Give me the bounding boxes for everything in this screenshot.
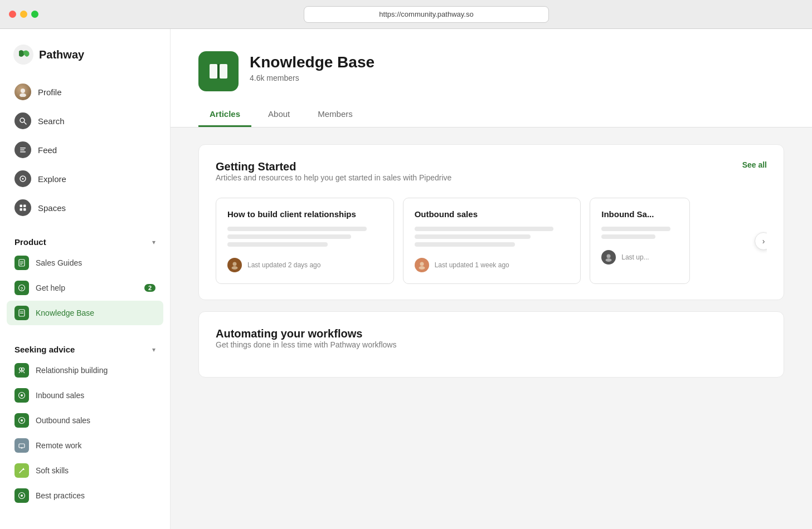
svg-line-4 (25, 123, 27, 125)
seeking-advice-section-header[interactable]: Seeking advice ▾ (7, 341, 163, 357)
svg-point-1 (21, 89, 25, 93)
getting-started-section: Getting Started Articles and resources t… (198, 144, 784, 300)
community-members: 4.6k members (250, 74, 375, 82)
logo-icon (13, 45, 33, 65)
product-section-title: Product (14, 237, 46, 247)
article-card-3[interactable]: Inbound Sa... L (590, 198, 690, 284)
sidebar: Pathway Profile (0, 29, 171, 529)
community-title: Knowledge Base (250, 53, 375, 71)
page-header: Knowledge Base 4.6k members Articles Abo… (171, 29, 812, 128)
best-practices-icon (14, 488, 29, 503)
feed-nav-icon (14, 141, 31, 158)
sidebar-item-get-help[interactable]: ? Get help 2 (7, 276, 163, 300)
sales-guides-icon (14, 256, 29, 270)
article-1-lines (227, 227, 382, 247)
svg-rect-29 (19, 444, 25, 448)
relationship-building-icon (14, 363, 29, 378)
close-button[interactable] (9, 11, 16, 18)
maximize-button[interactable] (31, 11, 38, 18)
automating-workflows-desc: Get things done in less time with Pathwa… (216, 340, 767, 349)
main-content: Knowledge Base 4.6k members Articles Abo… (171, 29, 812, 529)
automating-workflows-section: Automating your workflows Get things don… (198, 311, 784, 378)
sidebar-item-search[interactable]: Search (7, 107, 163, 135)
sidebar-item-spaces[interactable]: Spaces (7, 194, 163, 222)
best-practices-label: Best practices (36, 491, 85, 500)
sidebar-item-relationship-building[interactable]: Relationship building (7, 358, 163, 383)
sidebar-item-feed[interactable]: Feed (7, 136, 163, 164)
profile-avatar-icon (14, 84, 31, 100)
article-3-avatar (601, 250, 616, 264)
svg-rect-13 (23, 208, 26, 211)
see-all-link[interactable]: See all (742, 160, 767, 169)
sidebar-item-remote-work[interactable]: Remote work (7, 433, 163, 458)
sidebar-item-knowledge-base[interactable]: Knowledge Base (7, 301, 163, 325)
community-hero: Knowledge Base 4.6k members (198, 51, 784, 91)
article-line (601, 234, 655, 239)
sidebar-item-outbound-sales[interactable]: Outbound sales (7, 408, 163, 433)
article-1-avatar (227, 258, 242, 272)
sidebar-item-inbound-sales[interactable]: Inbound sales (7, 383, 163, 408)
knowledge-base-label: Knowledge Base (36, 308, 94, 317)
tabs: Articles About Members (198, 102, 784, 127)
sidebar-item-soft-skills[interactable]: Soft skills (7, 458, 163, 483)
svg-marker-33 (22, 468, 25, 470)
article-3-lines (601, 227, 678, 239)
articles-row: How to build client relationships (216, 198, 767, 284)
carousel-next-button[interactable]: › (755, 232, 767, 250)
getting-started-title: Getting Started (216, 160, 451, 173)
sidebar-item-explore[interactable]: Explore (7, 165, 163, 193)
inbound-sales-label: Inbound sales (36, 391, 84, 400)
svg-rect-5 (20, 148, 26, 149)
article-card-2[interactable]: Outbound sales (403, 198, 581, 284)
logo[interactable]: Pathway (0, 29, 170, 78)
svg-point-42 (419, 266, 425, 270)
article-line (601, 227, 670, 231)
article-line (227, 227, 367, 231)
sidebar-item-best-practices[interactable]: Best practices (7, 483, 163, 508)
book-open-icon (208, 61, 229, 82)
article-card-1[interactable]: How to build client relationships (216, 198, 394, 284)
app-layout: Pathway Profile (0, 29, 812, 529)
svg-point-3 (20, 118, 25, 123)
tab-about[interactable]: About (257, 102, 301, 127)
relationship-building-label: Relationship building (36, 366, 108, 375)
sidebar-item-profile[interactable]: Profile (7, 78, 163, 106)
svg-point-26 (21, 394, 23, 396)
svg-rect-10 (20, 205, 23, 208)
svg-point-39 (233, 262, 237, 266)
outbound-sales-label: Outbound sales (36, 416, 90, 425)
product-section: Product ▾ Sales Guides (0, 223, 170, 330)
svg-point-35 (21, 494, 23, 497)
browser-chrome: https://community.pathway.so (0, 0, 812, 29)
url-text: https://community.pathway.so (379, 10, 473, 18)
article-1-title: How to build client relationships (227, 209, 382, 219)
article-3-title: Inbound Sa... (601, 209, 678, 219)
getting-started-header: Getting Started Articles and resources t… (216, 160, 767, 194)
automating-workflows-title: Automating your workflows (216, 327, 767, 340)
svg-point-40 (232, 266, 238, 270)
sidebar-item-sales-guides[interactable]: Sales Guides (7, 251, 163, 275)
tab-articles[interactable]: Articles (198, 102, 251, 127)
article-3-timestamp: Last up... (621, 253, 649, 261)
svg-rect-11 (23, 205, 26, 208)
tab-members[interactable]: Members (307, 102, 364, 127)
spaces-nav-icon (14, 199, 31, 216)
svg-rect-36 (210, 64, 217, 79)
outbound-sales-icon (14, 413, 29, 428)
explore-nav-icon (14, 170, 31, 187)
minimize-button[interactable] (20, 11, 27, 18)
svg-rect-6 (20, 150, 25, 151)
product-section-header[interactable]: Product ▾ (7, 234, 163, 250)
url-bar[interactable]: https://community.pathway.so (304, 6, 549, 23)
svg-point-44 (606, 258, 612, 262)
article-1-timestamp: Last updated 2 days ago (247, 261, 320, 269)
product-chevron-icon: ▾ (152, 238, 155, 246)
traffic-lights (9, 11, 38, 18)
search-nav-icon (14, 112, 31, 129)
svg-point-28 (21, 419, 23, 422)
article-line (227, 234, 351, 239)
seeking-advice-chevron-icon: ▾ (152, 346, 155, 354)
getting-started-title-group: Getting Started Articles and resources t… (216, 160, 451, 194)
seeking-advice-section: Seeking advice ▾ Relationship building (0, 330, 170, 513)
svg-text:?: ? (21, 286, 23, 291)
